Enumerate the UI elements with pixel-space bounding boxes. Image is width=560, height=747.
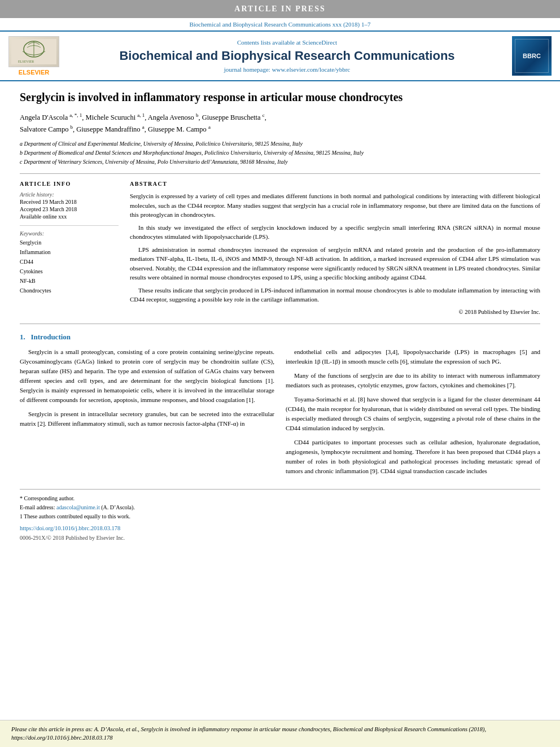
introduction-heading: 1. Introduction xyxy=(20,333,540,342)
introduction-body: Serglycin is a small proteoglycan, consi… xyxy=(20,347,540,481)
footer-doi[interactable]: https://doi.org/10.1016/j.bbrc.2018.03.1… xyxy=(20,524,540,534)
elsevier-logo: ELSEVIER ELSEVIER xyxy=(8,36,59,76)
intro-number: 1. xyxy=(20,333,25,341)
affiliation-a: a Department of Clinical and Experimenta… xyxy=(20,139,540,148)
contents-link[interactable]: ScienceDirect xyxy=(302,39,337,46)
bottom-citation-bar: Please cite this article in press as: A.… xyxy=(0,720,560,748)
section-divider xyxy=(20,324,540,324)
abstract-heading: abstract xyxy=(130,181,540,187)
homepage-link[interactable]: www.elsevier.com/locate/ybbrc xyxy=(272,66,351,73)
article-info-column: article info Article history: Received 1… xyxy=(20,181,119,315)
page: ARTICLE IN PRESS Biochemical and Biophys… xyxy=(0,0,560,747)
article-title: Serglycin is involved in inflammatory re… xyxy=(20,90,540,104)
journal-citation-line: Biochemical and Biophysical Research Com… xyxy=(0,18,560,30)
intro-right-para-2: Many of the functions of serglycin are d… xyxy=(286,371,540,390)
abstract-para-2: In this study we investigated the effect… xyxy=(130,223,540,242)
bbrc-logo: BBRC xyxy=(512,36,552,76)
elsevier-logo-area: ELSEVIER ELSEVIER xyxy=(6,36,62,76)
elsevier-text: ELSEVIER xyxy=(19,69,49,76)
abstract-para-4: These results indicate that serglycin pr… xyxy=(130,286,540,304)
authors-text: Angela D'Ascola a, *, 1, Michele Scuruch… xyxy=(20,113,266,133)
keyword-serglycin: Serglycin xyxy=(20,238,119,247)
intro-left-para-2: Serglycin is present in intracellular se… xyxy=(20,409,274,429)
intro-right-para-3: Toyama-Sorimachi et al. [8] have showed … xyxy=(286,395,540,433)
article-info-heading: article info xyxy=(20,181,119,187)
affiliation-b: b Department of Biomedical and Dental Sc… xyxy=(20,148,540,158)
contents-line: Contents lists available at ScienceDirec… xyxy=(68,39,506,46)
abstract-para-3: LPS administration in normal chondrocyte… xyxy=(130,245,540,282)
keywords-heading: Keywords: xyxy=(20,230,119,237)
bbrc-text: BBRC xyxy=(523,53,541,59)
keyword-chondrocytes: Chondrocytes xyxy=(20,286,119,295)
footer-notes: * Corresponding author. E-mail address: … xyxy=(20,489,540,543)
email-label: E-mail address: xyxy=(20,504,55,510)
received-date: Received 19 March 2018 xyxy=(20,199,119,205)
article-in-press-banner: ARTICLE IN PRESS xyxy=(0,0,560,18)
intro-body-text-left: Serglycin is a small proteoglycan, consi… xyxy=(20,347,274,429)
intro-left-col: Serglycin is a small proteoglycan, consi… xyxy=(20,347,274,481)
keyword-cytokines: Cytokines xyxy=(20,267,119,276)
footnote-1: 1 These authors contributed equally to t… xyxy=(20,512,540,521)
journal-title: Biochemical and Biophysical Research Com… xyxy=(68,49,506,63)
intro-right-para-1: endothelial cells and adipocytes [3,4], … xyxy=(286,347,540,366)
abstract-text: Serglycin is expressed by a variety of c… xyxy=(130,191,540,304)
journal-citation-text: Biochemical and Biophysical Research Com… xyxy=(189,21,370,28)
cite-text: Please cite this article in press as: A.… xyxy=(11,726,486,741)
keyword-nfkb: NF-kB xyxy=(20,276,119,286)
homepage-label: journal homepage: xyxy=(224,66,270,73)
footer-issn: 0006-291X/© 2018 Published by Elsevier I… xyxy=(20,534,540,543)
authors-line: Angela D'Ascola a, *, 1, Michele Scuruch… xyxy=(20,111,540,135)
email-name: (A. D’Ascola). xyxy=(101,504,135,510)
abstract-para-1: Serglycin is expressed by a variety of c… xyxy=(130,191,540,220)
elsevier-logo-image: ELSEVIER xyxy=(8,36,59,67)
keyword-inflammation: Inflammation xyxy=(20,247,119,257)
keyword-cd44: CD44 xyxy=(20,257,119,267)
intro-title: Introduction xyxy=(31,333,71,341)
svg-text:ELSEVIER: ELSEVIER xyxy=(18,60,34,63)
abstract-column: abstract Serglycin is expressed by a var… xyxy=(130,181,540,315)
journal-header: ELSEVIER ELSEVIER Contents lists availab… xyxy=(0,30,560,81)
intro-right-para-4: CD44 participates to important processes… xyxy=(286,438,540,476)
affiliation-c: c Department of Veterinary Sciences, Uni… xyxy=(20,158,540,167)
article-info-abstract: article info Article history: Received 1… xyxy=(20,173,540,315)
intro-right-col: endothelial cells and adipocytes [3,4], … xyxy=(286,347,540,481)
email-address[interactable]: adascola@unime.it xyxy=(56,504,100,510)
journal-header-center: Contents lists available at ScienceDirec… xyxy=(68,39,506,72)
main-content: Serglycin is involved in inflammatory re… xyxy=(0,81,560,720)
article-history-label: Article history: xyxy=(20,191,119,198)
available-date: Available online xxx xyxy=(20,213,119,220)
corresponding-note: * Corresponding author. xyxy=(20,494,540,503)
keywords-section: Keywords: Serglycin Inflammation CD44 Cy… xyxy=(20,225,119,295)
copyright-line: © 2018 Published by Elsevier Inc. xyxy=(130,309,540,315)
email-line: E-mail address: adascola@unime.it (A. D’… xyxy=(20,503,540,512)
intro-left-para-1: Serglycin is a small proteoglycan, consi… xyxy=(20,347,274,405)
bbrc-logo-area: BBRC xyxy=(512,36,554,76)
journal-homepage: journal homepage: www.elsevier.com/locat… xyxy=(68,66,506,73)
intro-body-text-right: endothelial cells and adipocytes [3,4], … xyxy=(286,347,540,477)
accepted-date: Accepted 23 March 2018 xyxy=(20,206,119,212)
affiliations: a Department of Clinical and Experimenta… xyxy=(20,139,540,167)
banner-label: ARTICLE IN PRESS xyxy=(234,5,325,13)
contents-label: Contents lists available at xyxy=(237,39,301,46)
